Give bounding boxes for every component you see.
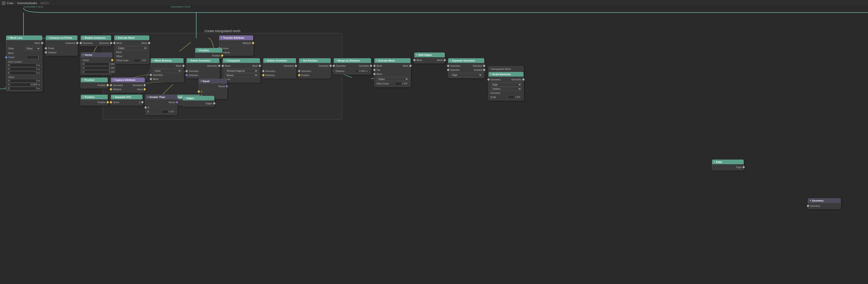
node-em2-header: ▾ Extrude Mesh — [374, 58, 410, 63]
node-sp-header: ▾ Set Position — [299, 58, 331, 63]
node-ca-header: ▾ Capture Attribute — [111, 78, 145, 82]
node-sxyz-header: ▾ Separate XYZ — [111, 95, 143, 99]
node-mb-header: ▾ Mesh Boolean — [151, 58, 183, 63]
topbar: Cube › GeometryNodes 253173 — [0, 0, 868, 6]
greater-than-b[interactable] — [161, 110, 175, 113]
extrude-scale-1[interactable] — [134, 59, 147, 62]
node-extrude-mesh-2[interactable]: ▾ Extrude Mesh Mesh Mesh Top Mesh Edges … — [374, 58, 411, 87]
boolean-op-select[interactable]: Union — [153, 69, 182, 73]
offset-z[interactable] — [10, 87, 41, 90]
start-loc-y[interactable] — [10, 67, 41, 71]
node-dg2-header: ▾ Delete Geometry — [263, 58, 296, 63]
node-instance-on-points[interactable]: ▾ Instance on Points Instances Points In… — [45, 35, 78, 56]
node-dg1-header: ▾ Delete Geometry — [187, 58, 219, 63]
vec-y[interactable] — [85, 66, 116, 70]
merge-distance-input[interactable] — [355, 69, 369, 73]
node-pos2-header: ▾ Position — [81, 78, 108, 82]
node-ri-header: ▾ Realize Instances — [81, 36, 111, 40]
node-merge-by-distance[interactable]: ▾ Merge by Distance Geometry Geometry Di… — [334, 58, 371, 74]
node-delete-geometry-1[interactable]: ▾ Delete Geometry Geometry Geometry Sele… — [186, 58, 219, 78]
node-gt-header: ▾ Greater Than — [146, 95, 177, 99]
extrude-mode-select-1[interactable]: Edges — [116, 46, 147, 50]
node-ta-header: ▾ Transfer Attribute — [219, 36, 253, 40]
node-scale-elements[interactable]: ▾ Scale Elements Geometry Geometry Edge … — [488, 72, 524, 100]
scale-elements-scale[interactable] — [508, 96, 522, 99]
node-edge-header: ▾ Edge — [712, 159, 744, 164]
blender-icon — [2, 1, 5, 5]
node-separate-xyz[interactable]: ▾ Separate XYZ Vector Z — [111, 95, 143, 105]
scale-elements-type[interactable]: Uniform — [490, 87, 522, 91]
node-vec-header: ▾ Vector — [81, 52, 112, 57]
node-set-position[interactable]: ▾ Set Position Geometry Geometry Positio… — [299, 58, 331, 78]
node-pos4-header: ▾ Position — [81, 95, 108, 99]
node-extrude-mesh-1[interactable]: ▾ Extrude Mesh Mesh Mesh Edges Mesh Offs… — [114, 35, 150, 64]
node-separate-geometry[interactable]: ▾ Separate Geometry Geometry Selection S… — [448, 58, 485, 78]
node-vector[interactable]: ▾ Vector Vector X Y Z — [81, 52, 113, 75]
mesh-line-mode-select[interactable]: Offset — [24, 47, 40, 50]
node-realize-instances[interactable]: ▾ Realize Instances Geometry Geometry — [81, 35, 111, 46]
tri-beauty-select[interactable]: Beauty — [224, 73, 258, 77]
cube-label: Cube — [7, 2, 13, 5]
offset-x[interactable] — [10, 79, 41, 82]
vec-z[interactable] — [85, 70, 116, 74]
node-edges-header: ▾ Edges — [183, 96, 214, 100]
node-eq-header: ▾ Equal — [199, 79, 227, 83]
node-greater-than[interactable]: ▾ Greater Than Result A B — [145, 95, 177, 115]
node-delete-geometry-2[interactable]: ▾ Delete Geometry Geometry Geometry Sele… — [263, 58, 296, 78]
start-loc-x[interactable] — [10, 64, 41, 67]
node-mesh-boolean[interactable]: ▾ Mesh Boolean Mesh Union Geometry Mesh — [151, 58, 184, 82]
node-position-2[interactable]: ▾ Position Position — [81, 77, 108, 88]
extrude-mode-select-2[interactable]: Edges — [376, 77, 409, 81]
start-loc-z[interactable] — [10, 71, 41, 75]
node-sg-header: ▾ Separate Geometry — [448, 58, 484, 63]
frame-title: Create triangulated mesh — [205, 29, 240, 33]
node-edges[interactable]: ▾ Edges Edges — [183, 96, 215, 107]
node-sel-header: ▾ Scale Elements — [489, 72, 523, 76]
node-edge[interactable]: ▾ Edge Edge — [712, 159, 744, 170]
geometry-nodes-label: GeometryNodes — [17, 2, 37, 5]
node-em1-header: ▾ Extrude Mesh — [114, 36, 149, 40]
node-triangulate[interactable]: ▾ Triangulate Mesh Mesh Shortest Diagona… — [222, 58, 260, 82]
node-pos1-header: ▾ Position — [195, 48, 222, 52]
node-mesh-line[interactable]: ▾ Mesh Line Mesh Offset Offset Mesh Coun… — [6, 35, 42, 92]
separate-type-select[interactable]: Edge — [450, 73, 483, 77]
node-position-1[interactable]: ▾ Position Position — [195, 48, 222, 59]
mesh-line-count-input[interactable] — [27, 56, 40, 59]
id-label: 253173 — [40, 2, 49, 5]
node-se-header: ▾ Split Edges — [414, 52, 445, 57]
node-position-4[interactable]: ▾ Position Position — [81, 95, 108, 105]
vec-x[interactable] — [85, 62, 116, 66]
node-editor-canvas[interactable]: Distributed Points Distributed Points Gr… — [0, 0, 868, 284]
node-geo-out-header: ▾ Geometry — [808, 199, 841, 203]
node-mbd-header: ▾ Merge by Distance — [334, 58, 371, 63]
node-tri-header: ▾ Triangulate — [223, 58, 260, 63]
node-capture-attribute[interactable]: ▾ Capture Attribute Geometry Geometry At… — [111, 77, 145, 93]
node-split-edges[interactable]: ▾ Split Edges Mesh Mesh — [414, 52, 445, 63]
offset-y[interactable] — [10, 83, 41, 86]
node-mesh-line-header: ▾ Mesh Line — [6, 36, 42, 40]
scale-elements-mode[interactable]: Edge — [490, 83, 522, 86]
extrude-scale-2[interactable] — [395, 82, 409, 85]
node-iop-header: ▾ Instance on Points — [46, 36, 78, 40]
node-triangulated-mesh-output: Triangulated Mesh — [488, 66, 524, 72]
node-transfer-attribute[interactable]: ▾ Transfer Attribute Attribute Source At… — [219, 35, 253, 56]
node-geometry-output[interactable]: ▾ Geometry Geometry — [808, 198, 841, 209]
tri-mode-select[interactable]: Shortest Diagonal — [224, 69, 258, 73]
